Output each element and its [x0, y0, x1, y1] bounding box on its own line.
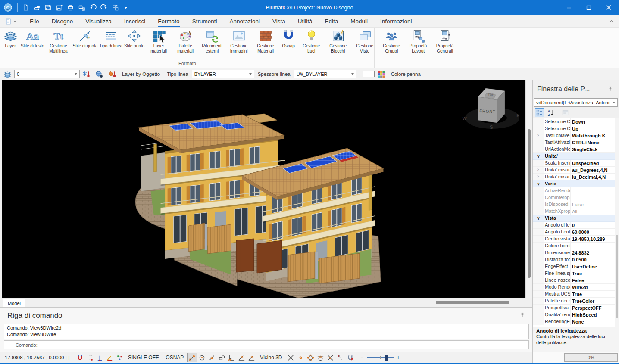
snap-toggle[interactable] [115, 353, 125, 362]
osnap-label[interactable]: OSNAP [166, 355, 184, 361]
menu-item[interactable]: Strumenti [192, 15, 217, 27]
insert-layout-icon[interactable] [112, 4, 119, 11]
menu-item[interactable]: Moduli [350, 15, 368, 27]
save-as-icon[interactable] [56, 4, 63, 11]
osnap-toggle[interactable] [187, 353, 197, 362]
print-icon[interactable] [67, 4, 74, 11]
property-row[interactable]: TastiAttivazi CTRL+None [533, 139, 615, 146]
linetype-select[interactable]: BYLAYER [192, 70, 254, 78]
zoom-in-button[interactable]: + [397, 354, 400, 361]
ribbon-button[interactable]: Osnap [279, 29, 298, 49]
menu-item[interactable]: Edita [325, 15, 338, 27]
menu-launcher-button[interactable] [5, 15, 17, 27]
ribbon-button[interactable]: Gestione Materiali [252, 29, 279, 54]
expander-icon[interactable] [533, 187, 544, 194]
property-row[interactable]: Angolo di lev 0 [533, 222, 615, 229]
expander-icon[interactable] [533, 311, 544, 318]
expander-icon[interactable] [533, 167, 544, 173]
property-row[interactable]: Dimensione V 24.8832 [533, 249, 615, 256]
property-row[interactable]: ComInterops [533, 194, 615, 201]
expander-icon[interactable] [533, 277, 544, 283]
zoom-slider-handle[interactable] [385, 355, 388, 361]
property-pages-button[interactable] [560, 108, 570, 117]
osnap-toggle[interactable] [345, 353, 355, 362]
osnap-toggle[interactable] [227, 353, 237, 362]
pen-color-swatch[interactable] [363, 71, 375, 77]
maximize-button[interactable] [579, 0, 599, 15]
layer-select[interactable]: 0 [14, 70, 80, 78]
property-row[interactable]: Vista [533, 215, 615, 222]
osnap-toggle[interactable] [306, 353, 316, 362]
property-row[interactable]: Selezione Ch Up [533, 125, 615, 132]
osnap-toggle[interactable] [247, 353, 256, 362]
expander-icon[interactable] [533, 222, 544, 228]
ribbon-button[interactable]: Riferimenti esterni [199, 29, 225, 54]
osnap-toggle[interactable] [207, 353, 217, 362]
expander-icon[interactable] [533, 243, 544, 249]
save-icon[interactable] [44, 4, 52, 11]
property-grid-scrollbar[interactable] [615, 118, 619, 327]
viewport-horizontal-scrollbar[interactable] [436, 301, 509, 304]
osnap-toggle[interactable] [335, 353, 345, 362]
ribbon-button[interactable]: Palette materiali [172, 29, 199, 54]
snap-toggle[interactable] [85, 353, 95, 362]
pen-colors-icon[interactable] [377, 70, 385, 78]
property-row[interactable]: Mostra UCS True [533, 291, 615, 298]
ribbon-button[interactable]: Layer materiali [145, 29, 172, 54]
expander-icon[interactable] [533, 284, 544, 290]
expander-icon[interactable] [533, 132, 544, 139]
property-row[interactable]: Unita' misure au_Degrees,4,N [533, 167, 615, 174]
expander-icon[interactable] [533, 125, 544, 132]
command-input[interactable] [74, 341, 528, 349]
property-row[interactable]: MatchXprope All [533, 208, 615, 215]
expander-icon[interactable] [533, 318, 544, 325]
expander-icon[interactable] [533, 146, 544, 152]
expander-icon[interactable] [533, 208, 544, 215]
expander-icon[interactable] [533, 249, 544, 256]
property-row[interactable]: Linee nascos False [533, 277, 615, 284]
ribbon-button[interactable]: Stile di quota [72, 29, 98, 49]
snap-toggle[interactable] [75, 353, 85, 362]
ribbon-button[interactable]: Proprietà Generali [431, 29, 458, 54]
viewport-vertical-scrollbar[interactable] [525, 80, 532, 298]
scrollbar-thumb[interactable] [528, 129, 531, 278]
expander-icon[interactable] [533, 139, 544, 146]
property-row[interactable]: Palette dei c TrueColor [533, 298, 615, 305]
osnap-toggle[interactable] [217, 353, 227, 362]
osnap-toggle[interactable] [316, 353, 325, 362]
osnap-toggle[interactable] [286, 353, 296, 362]
ribbon-button[interactable]: Gestione Viste [351, 29, 378, 54]
ribbon-button[interactable]: Gestione Blocchi [325, 29, 351, 54]
osnap-toggle[interactable] [237, 353, 247, 362]
single-mode-label[interactable]: SINGLE OFF [128, 355, 159, 361]
ribbon-button[interactable]: Layer [1, 29, 20, 49]
property-row[interactable]: Tasti chiave Walkthrough K [533, 132, 615, 139]
lineweight-select[interactable]: LW_BYLAYER [294, 70, 356, 78]
menu-item[interactable]: Formato [158, 15, 179, 27]
expander-icon[interactable] [533, 118, 544, 125]
expander-icon[interactable] [533, 270, 544, 277]
ribbon-button[interactable]: Proprietà Layout [405, 29, 431, 54]
expander-icon[interactable] [533, 160, 544, 166]
zoom-out-button[interactable]: − [360, 354, 364, 361]
expander-icon[interactable] [533, 215, 544, 221]
sphere-small-icon[interactable] [95, 70, 103, 78]
model-tab[interactable]: Model [3, 299, 25, 307]
property-row[interactable]: Centro vista 19.4853,10.289 [533, 236, 615, 243]
print-preview-icon[interactable] [78, 4, 85, 11]
menu-item[interactable]: Inserisci [124, 15, 146, 27]
open-folder-icon[interactable] [33, 4, 41, 11]
collapse-ribbon-icon[interactable] [609, 18, 614, 26]
property-row[interactable]: Fine linea spi True [533, 270, 615, 277]
quick-access-caret-icon[interactable] [123, 5, 128, 10]
expander-icon[interactable] [533, 180, 544, 187]
ribbon-button[interactable]: Gestione Gruppi [378, 29, 405, 54]
osnap-toggle[interactable] [197, 353, 207, 362]
property-row[interactable]: RenderingFill None [533, 318, 615, 325]
object-selector[interactable]: vdDocument(E:\Assistenza_Antoni [534, 98, 618, 107]
expander-icon[interactable] [533, 194, 544, 201]
osnap-toggle[interactable] [296, 353, 306, 362]
property-row[interactable]: Varie [533, 180, 615, 187]
pin-icon[interactable] [519, 312, 525, 318]
expander-icon[interactable] [533, 153, 544, 159]
